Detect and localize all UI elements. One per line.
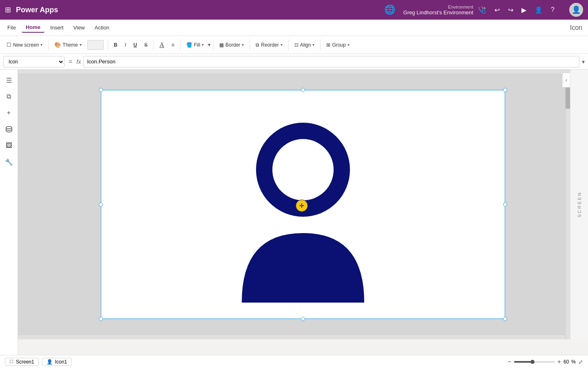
border-button[interactable]: ▦ Border ▾ [216,40,247,49]
zoom-level: 60 [564,359,569,365]
border-icon: ▦ [219,42,224,48]
formula-expand-icon[interactable]: ▾ [582,58,585,65]
grid-icon[interactable]: ⊞ [5,5,11,14]
handle-tc[interactable] [301,88,305,92]
new-screen-button[interactable]: ☐ New screen ▾ [3,40,46,49]
strikethrough-button[interactable]: S [141,40,151,49]
user-icon[interactable]: 👤 [535,6,543,14]
color-preview[interactable] [87,40,104,50]
group-label: Group [332,42,345,48]
screen-panel-collapse[interactable]: ‹ [562,73,570,88]
reorder-label: Reorder [261,42,278,48]
separator-6 [249,39,250,51]
fill-button[interactable]: 🪣 Fill ▾ [183,40,207,49]
separator-4 [180,39,180,51]
handle-ml[interactable] [99,202,103,206]
font-color-button[interactable]: A [156,40,167,50]
screen-label: SCREEN [577,191,582,218]
menu-action[interactable]: Action [91,23,114,32]
handle-tl[interactable] [99,88,103,92]
control-selector[interactable]: Icon [3,56,65,67]
bottombar: ☐ Screen1 👤 Icon1 − + 60 % ⤢ [0,355,588,368]
svg-point-2 [272,139,334,200]
theme-label: Theme [62,42,78,48]
move-cursor[interactable]: ✛ [296,200,308,212]
new-screen-label: New screen [13,42,39,48]
border-chevron: ▾ [242,43,244,47]
border-label: Border [225,42,240,48]
app-title: Power Apps [16,6,58,14]
menu-insert[interactable]: Insert [46,23,68,32]
group-button[interactable]: ⊞ Group ▾ [323,40,352,49]
fullscreen-button[interactable]: ⤢ [578,359,583,365]
align2-chevron: ▾ [312,43,314,47]
redo-icon[interactable]: ↪ [508,6,513,14]
context-label: Icon [568,22,585,33]
sidebar-controls-icon[interactable]: 🔧 [2,155,16,169]
icon1-person-icon: 👤 [47,359,53,365]
zoom-slider-thumb [530,360,535,364]
zoom-in-button[interactable]: + [557,358,561,366]
italic-button[interactable]: I [121,40,129,49]
sidebar-add-icon[interactable]: + [2,105,16,120]
new-screen-chevron: ▾ [40,43,42,47]
menu-view[interactable]: View [69,23,89,32]
avatar[interactable]: 👤 [569,3,583,17]
theme-chevron: ▾ [80,43,82,47]
zoom-unit: % [571,359,576,365]
handle-tr[interactable] [503,88,507,92]
zoom-out-button[interactable]: − [508,358,511,366]
help-icon[interactable]: 🩺 [478,6,486,14]
menu-home[interactable]: Home [22,22,45,33]
person-icon-wrapper: ✛ [225,106,381,303]
bottom-scrollbar[interactable] [18,334,570,339]
sidebar-menu-icon[interactable]: ☰ [2,73,16,88]
underline-button[interactable]: U [130,40,140,49]
handle-mr[interactable] [503,202,507,206]
screen1-label: Screen1 [16,359,34,365]
canvas-content: ✛ [101,90,505,319]
separator-8 [320,39,321,51]
env-name: Greg Lindhorst's Environment [403,9,474,16]
sidebar-layers-icon[interactable]: ⧉ [2,89,16,104]
theme-icon: 🎨 [54,42,61,48]
align2-icon: ⊡ [294,42,298,48]
sidebar-media-icon[interactable]: 🖼 [2,138,16,153]
formula-input[interactable] [83,56,579,67]
icon1-tab[interactable]: 👤 Icon1 [42,358,71,366]
screen1-icon: ☐ [9,359,13,364]
theme-button[interactable]: 🎨 Theme ▾ [51,40,85,49]
undo-icon[interactable]: ↩ [494,6,500,14]
top-scrollbar[interactable] [18,70,570,74]
help2-icon[interactable]: ? [551,6,555,13]
left-sidebar: ☰ ⧉ + 🖼 🔧 [0,70,18,355]
screen1-tab[interactable]: ☐ Screen1 [5,358,39,366]
handle-bc[interactable] [301,317,305,321]
separator-2 [108,39,108,51]
align2-label: Align [300,42,311,48]
icon1-label: Icon1 [55,359,67,365]
canvas-container: ✛ ‹ SCREEN [18,70,588,355]
separator-1 [48,39,49,51]
align-button[interactable]: ≡ [168,40,178,49]
fill-chevron: ▾ [202,43,204,47]
zoom-slider-fill [514,361,532,363]
align2-button[interactable]: ⊡ Align ▾ [291,40,318,49]
main-area: ☰ ⧉ + 🖼 🔧 [0,70,588,355]
right-scrollbar[interactable] [565,70,570,339]
menu-file[interactable]: File [3,23,20,32]
canvas-area[interactable]: ✛ ‹ SCREEN [18,70,588,339]
bold-button[interactable]: B [111,40,121,49]
zoom-slider[interactable] [514,361,555,363]
reorder-button[interactable]: ⧉ Reorder ▾ [252,40,285,49]
handle-br[interactable] [503,317,507,321]
sidebar-data-icon[interactable] [2,122,16,137]
group-icon: ⊞ [326,42,330,48]
handle-bl[interactable] [99,317,103,321]
environment-info: Environment Greg Lindhorst's Environment [403,4,474,16]
topbar: ⊞ Power Apps 🌐 Environment Greg Lindhors… [0,0,588,20]
align-icon: ≡ [172,42,174,48]
play-icon[interactable]: ▶ [521,6,526,14]
reorder-icon: ⧉ [256,42,259,48]
more-options-chevron[interactable]: ▾ [208,42,211,48]
